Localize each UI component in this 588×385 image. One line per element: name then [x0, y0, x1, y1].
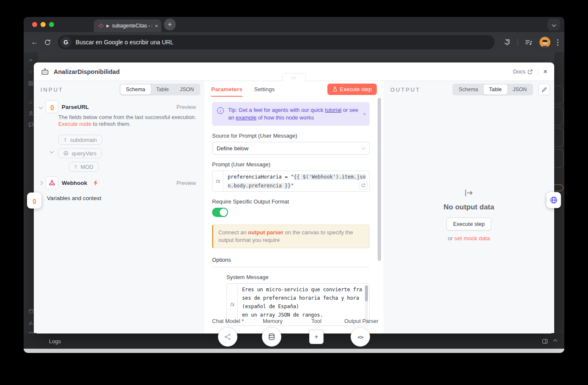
field-pill-queryvars[interactable]: queryVars	[58, 148, 102, 158]
tip-banner: i Tip: Get a feel for agents with our qu…	[212, 102, 370, 126]
options-divider	[212, 267, 370, 267]
parameters-scrollbar[interactable]	[378, 98, 381, 261]
output-parser-warning: Connect an output parser on the canvas t…	[212, 225, 370, 248]
user-icon[interactable]	[28, 111, 34, 116]
n8n-app-area: + ○ ▤ ⌂ AnalizarDisponibilidad	[24, 52, 564, 353]
options-label: Options	[212, 257, 370, 263]
parseurl-node-row[interactable]: {} ParseURL Preview	[39, 100, 200, 113]
output-parser-connector[interactable]: <>	[351, 327, 370, 347]
input-view-switch: Schema Table JSON	[120, 84, 200, 95]
expand-editor-icon[interactable]	[359, 181, 368, 190]
toolbar-right	[503, 37, 558, 48]
output-tab-table[interactable]: Table	[484, 84, 507, 95]
panel-drag-handle[interactable]: |||	[282, 73, 306, 81]
traffic-lights	[32, 22, 54, 27]
input-tab-json[interactable]: JSON	[174, 84, 199, 95]
execute-step-button[interactable]: Execute step	[327, 84, 377, 95]
zoom-window-button[interactable]	[49, 22, 54, 27]
add-icon[interactable]: +	[29, 57, 33, 63]
chevron-down-icon	[362, 146, 366, 150]
browser-toolbar: ← G Buscar en Google o escribir una URL	[24, 32, 564, 52]
logs-bar[interactable]: Logs	[24, 333, 564, 349]
field-pill-subdomain[interactable]: Tsubdomain	[58, 135, 102, 145]
chevron-right-icon[interactable]	[39, 181, 43, 185]
input-tab-schema[interactable]: Schema	[120, 84, 151, 95]
editor-scrollbar[interactable]	[365, 285, 368, 324]
trigger-bolt-icon	[93, 180, 98, 186]
input-tab-table[interactable]: Table	[151, 84, 174, 95]
close-window-button[interactable]	[32, 22, 37, 27]
share-icon	[224, 333, 231, 341]
tab-parameters[interactable]: Parameters	[211, 82, 242, 96]
panel-icon[interactable]: ▤	[28, 80, 33, 86]
output-tab-schema[interactable]: Schema	[453, 84, 484, 95]
overview-icon[interactable]: ○	[29, 69, 33, 74]
type-string-icon: T	[64, 137, 67, 142]
open-logs-panel-icon[interactable]	[542, 339, 548, 344]
insights-icon[interactable]	[28, 320, 34, 325]
home-icon[interactable]: ⌂	[29, 99, 33, 105]
variables-context-row[interactable]: Variables and context	[47, 192, 101, 203]
variables-panel-toggle[interactable]: {}	[27, 192, 41, 209]
prompt-expression-editor[interactable]: fx preferenciaHoraria = "{{ $('Webhook')…	[212, 171, 370, 192]
output-empty-state: No output data Execute step or set mock …	[384, 189, 554, 241]
tutorial-link[interactable]: tutorial	[325, 107, 341, 113]
modal-close-button[interactable]: ×	[543, 68, 547, 75]
prompt-code[interactable]: preferenciaHoraria = "{{ $('Webhook').it…	[223, 171, 369, 191]
browser-menu-icon[interactable]	[557, 39, 558, 46]
tip-close-icon[interactable]: ×	[363, 111, 366, 117]
node-title[interactable]: AnalizarDisponibilidad	[54, 68, 120, 75]
chat-model-connector[interactable]	[218, 327, 237, 347]
media-controls-icon[interactable]	[525, 39, 533, 46]
source-prompt-select[interactable]: Define below	[212, 142, 370, 155]
example-link[interactable]: example	[236, 114, 256, 121]
output-tab-json[interactable]: JSON	[507, 84, 532, 95]
extensions-icon[interactable]	[503, 38, 511, 46]
execute-node-link[interactable]: Execute node	[58, 121, 91, 127]
node-details-modal: AnalizarDisponibilidad Docs × ||| INPUT	[34, 62, 554, 333]
input-panel: INPUT Schema Table JSON {} ParseURL Prev…	[34, 81, 204, 333]
avatar[interactable]	[539, 37, 550, 48]
chevron-down-icon[interactable]	[39, 105, 43, 109]
browser-tab[interactable]: ▶ subagenteCitas - n8n ×	[94, 19, 161, 32]
browser-tabstrip: ▶ subagenteCitas - n8n × +	[24, 17, 564, 32]
chevron-down-icon[interactable]	[50, 149, 54, 154]
output-parser-link[interactable]: output parser	[248, 229, 283, 236]
tab-audio-icon: ▶	[106, 24, 109, 28]
memory-connector[interactable]	[262, 327, 281, 347]
data-store-icon[interactable]	[28, 309, 34, 314]
system-message-editor[interactable]: fx Eres un micro-servicio que convierte …	[226, 283, 370, 326]
tool-add-connector[interactable]: +	[309, 330, 324, 344]
field-pill-mod[interactable]: TMOD	[69, 162, 99, 172]
chat-icon[interactable]	[28, 122, 34, 127]
require-output-toggle[interactable]	[212, 208, 228, 217]
output-execute-step-button[interactable]: Execute step	[446, 217, 491, 230]
back-button[interactable]: ←	[30, 38, 40, 46]
chevron-up-icon[interactable]	[553, 339, 558, 343]
tab-close-icon[interactable]: ×	[155, 23, 158, 29]
webhook-preview-label[interactable]: Preview	[177, 180, 196, 186]
object-icon	[63, 151, 68, 156]
flask-icon	[332, 87, 338, 92]
parseurl-preview-label[interactable]: Preview	[177, 104, 196, 110]
header-divider	[538, 68, 538, 75]
webhook-node-row[interactable]: Webhook Preview	[39, 176, 200, 189]
plus-icon: +	[314, 333, 318, 341]
tip-text: Tip: Get a feel for agents with our quic…	[228, 106, 359, 122]
logs-label: Logs	[49, 338, 61, 344]
docs-link[interactable]: Docs	[513, 68, 533, 75]
globe-button[interactable]	[547, 192, 561, 208]
edit-output-button[interactable]	[538, 84, 550, 95]
tab-search-button[interactable]	[547, 19, 560, 30]
type-string-icon: T	[74, 164, 77, 169]
set-mock-data-link[interactable]: set mock data	[455, 235, 490, 241]
chevron-down-icon	[552, 22, 556, 27]
minimize-window-button[interactable]	[41, 22, 46, 27]
system-message-label: System Message	[226, 274, 370, 280]
system-message-code[interactable]: Eres un micro-servicio que convierte fra…	[238, 284, 369, 325]
prompt-label: Prompt (User Message)	[212, 161, 370, 168]
new-tab-button[interactable]: +	[164, 19, 176, 30]
reload-button[interactable]	[44, 39, 51, 46]
url-bar[interactable]: G Buscar en Google o escribir una URL	[58, 35, 495, 49]
tab-settings[interactable]: Settings	[254, 82, 275, 96]
